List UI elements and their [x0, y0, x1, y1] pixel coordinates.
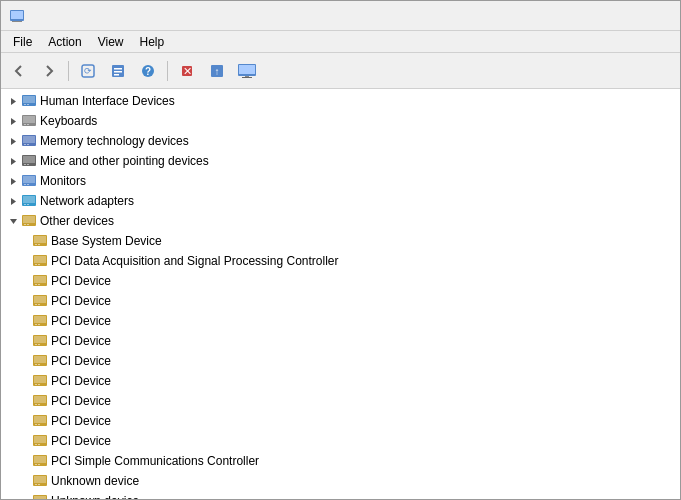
expand-arrow — [23, 373, 32, 389]
close-button[interactable] — [626, 1, 672, 31]
svg-rect-58 — [35, 284, 37, 285]
device-icon-pci-device-1 — [32, 273, 48, 289]
svg-rect-41 — [23, 196, 35, 203]
svg-rect-1 — [11, 11, 23, 19]
svg-rect-45 — [23, 216, 35, 223]
tree-item-unknown-2[interactable]: Unknown device — [1, 491, 680, 499]
svg-rect-33 — [23, 156, 35, 163]
item-label-mice: Mice and other pointing devices — [40, 154, 209, 168]
tree-item-pci-data-acq[interactable]: PCI Data Acquisition and Signal Processi… — [1, 251, 680, 271]
item-label-network: Network adapters — [40, 194, 134, 208]
expand-arrow — [5, 133, 21, 149]
svg-rect-59 — [38, 284, 40, 285]
expand-arrow — [5, 173, 21, 189]
menu-action[interactable]: Action — [40, 33, 89, 51]
toolbar: ⟳ ? ✕ ↑ — [1, 53, 680, 89]
back-button[interactable] — [5, 57, 33, 85]
svg-rect-101 — [34, 496, 46, 499]
tree-item-monitors[interactable]: Monitors — [1, 171, 680, 191]
svg-rect-94 — [35, 464, 37, 465]
update-button[interactable]: ↑ — [203, 57, 231, 85]
tree-item-base-system[interactable]: Base System Device — [1, 231, 680, 251]
item-label-pci-device-7: PCI Device — [51, 394, 111, 408]
tree-item-pci-device-5[interactable]: PCI Device — [1, 351, 680, 371]
item-label-pci-device-9: PCI Device — [51, 434, 111, 448]
tree-item-memory-tech[interactable]: Memory technology devices — [1, 131, 680, 151]
expand-arrow — [5, 193, 21, 209]
svg-rect-83 — [38, 404, 40, 405]
item-label-human-interface: Human Interface Devices — [40, 94, 175, 108]
tree-item-pci-device-6[interactable]: PCI Device — [1, 371, 680, 391]
svg-rect-21 — [23, 96, 35, 103]
tree-item-pci-simple[interactable]: PCI Simple Communications Controller — [1, 451, 680, 471]
item-label-pci-device-5: PCI Device — [51, 354, 111, 368]
svg-rect-98 — [35, 484, 37, 485]
tree-item-unknown-1[interactable]: Unknown device — [1, 471, 680, 491]
device-icon-base-system — [32, 233, 48, 249]
tree-item-pci-device-8[interactable]: PCI Device — [1, 411, 680, 431]
forward-button[interactable] — [35, 57, 63, 85]
tree-item-pci-device-2[interactable]: PCI Device — [1, 291, 680, 311]
tree-item-mice[interactable]: Mice and other pointing devices — [1, 151, 680, 171]
svg-rect-85 — [34, 416, 46, 423]
tree-item-pci-device-4[interactable]: PCI Device — [1, 331, 680, 351]
svg-rect-27 — [27, 124, 29, 125]
device-icon-pci-device-5 — [32, 353, 48, 369]
svg-rect-51 — [38, 244, 40, 245]
menu-file[interactable]: File — [5, 33, 40, 51]
tree-item-pci-device-7[interactable]: PCI Device — [1, 391, 680, 411]
svg-rect-7 — [114, 68, 122, 70]
menu-help[interactable]: Help — [132, 33, 173, 51]
uninstall-button[interactable]: ✕ — [173, 57, 201, 85]
help-button[interactable]: ? — [134, 57, 162, 85]
svg-text:?: ? — [145, 66, 151, 77]
tree-item-pci-device-3[interactable]: PCI Device — [1, 311, 680, 331]
svg-rect-54 — [35, 264, 37, 265]
device-tree[interactable]: Human Interface Devices Keyboards Memory… — [1, 89, 680, 499]
update-icon: ↑ — [209, 63, 225, 79]
toolbar-separator-2 — [167, 61, 168, 81]
tree-item-pci-device-1[interactable]: PCI Device — [1, 271, 680, 291]
tree-item-human-interface[interactable]: Human Interface Devices — [1, 91, 680, 111]
uninstall-icon: ✕ — [179, 63, 195, 79]
window-controls — [534, 1, 672, 31]
device-icon-pci-device-9 — [32, 433, 48, 449]
device-icon-pci-device-6 — [32, 373, 48, 389]
svg-rect-22 — [24, 104, 26, 105]
svg-rect-26 — [24, 124, 26, 125]
device-icon-mice — [21, 153, 37, 169]
expand-arrow — [23, 453, 32, 469]
display-button[interactable] — [233, 57, 261, 85]
svg-rect-67 — [38, 324, 40, 325]
item-label-pci-data-acq: PCI Data Acquisition and Signal Processi… — [51, 254, 338, 268]
expand-arrow — [5, 113, 21, 129]
tree-item-pci-device-9[interactable]: PCI Device — [1, 431, 680, 451]
minimize-button[interactable] — [534, 1, 580, 31]
svg-rect-77 — [34, 376, 46, 383]
maximize-button[interactable] — [580, 1, 626, 31]
svg-text:⟳: ⟳ — [84, 66, 92, 76]
svg-rect-42 — [24, 204, 26, 205]
svg-rect-38 — [24, 184, 26, 185]
tree-item-network[interactable]: Network adapters — [1, 191, 680, 211]
item-label-pci-device-1: PCI Device — [51, 274, 111, 288]
tree-item-other-devices[interactable]: Other devices — [1, 211, 680, 231]
properties-button[interactable] — [104, 57, 132, 85]
svg-rect-90 — [35, 444, 37, 445]
device-icon-network — [21, 193, 37, 209]
menu-view[interactable]: View — [90, 33, 132, 51]
svg-rect-81 — [34, 396, 46, 403]
scan-button[interactable]: ⟳ — [74, 57, 102, 85]
svg-rect-78 — [35, 384, 37, 385]
expand-arrow — [23, 293, 32, 309]
item-label-memory-tech: Memory technology devices — [40, 134, 189, 148]
svg-rect-50 — [35, 244, 37, 245]
item-label-keyboards: Keyboards — [40, 114, 97, 128]
item-label-unknown-1: Unknown device — [51, 474, 139, 488]
tree-item-keyboards[interactable]: Keyboards — [1, 111, 680, 131]
svg-rect-34 — [24, 164, 26, 165]
svg-text:↑: ↑ — [215, 66, 220, 77]
svg-rect-93 — [34, 456, 46, 463]
menu-bar: File Action View Help — [1, 31, 680, 53]
device-icon-unknown-2 — [32, 493, 48, 499]
